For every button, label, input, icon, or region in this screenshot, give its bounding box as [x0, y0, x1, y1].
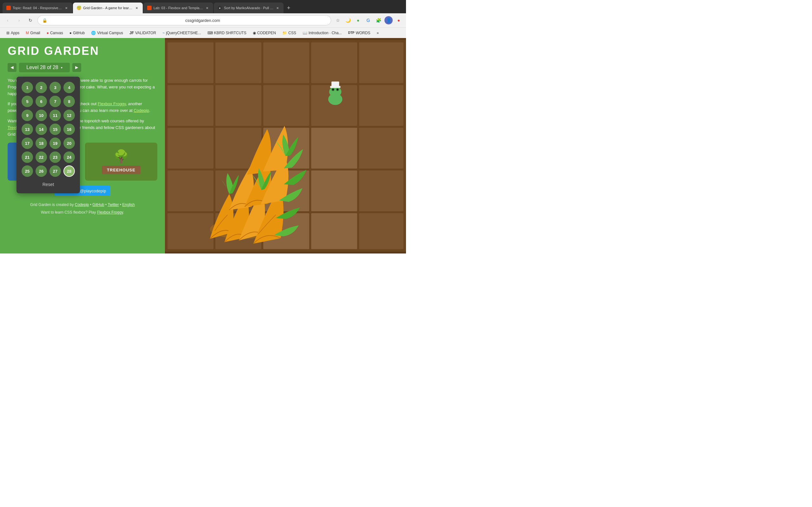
level-btn-19[interactable]: 19: [49, 137, 61, 149]
bookmark-virtual-campus[interactable]: 🌐 Virtual Campus: [89, 30, 125, 36]
tab-3-close[interactable]: ✕: [205, 6, 209, 10]
reset-button[interactable]: Reset: [21, 181, 75, 188]
level-btn-15[interactable]: 15: [49, 124, 61, 135]
extension-icon-2[interactable]: G: [364, 16, 372, 24]
level-btn-27[interactable]: 27: [49, 165, 61, 177]
sleep-icon[interactable]: 🌙: [344, 16, 352, 24]
apps-icon: ⊞: [6, 31, 9, 35]
svg-rect-21: [167, 213, 213, 249]
bookmark-validator[interactable]: JF VALIDATOR: [127, 30, 159, 36]
bookmark-kbrd[interactable]: ⌨ KBRD SHRTCUTS: [205, 30, 249, 36]
bookmark-intro[interactable]: 📖 Introduction · Cha...: [300, 30, 345, 36]
treehouse-promo[interactable]: 🌳 TREEHOUSE: [85, 143, 157, 181]
svg-rect-34: [330, 86, 340, 88]
chrome-menu-icon[interactable]: ●: [395, 16, 403, 24]
bookmark-star-icon[interactable]: ☆: [334, 16, 342, 24]
bookmark-gmail[interactable]: M Gmail: [23, 30, 43, 36]
level-btn-25[interactable]: 25: [21, 165, 33, 177]
level-btn-10[interactable]: 10: [36, 110, 47, 121]
footer-flexbox-link[interactable]: Flexbox Froggy: [97, 210, 123, 215]
tab-1[interactable]: Topic: Read: 04 - Responsive W... ✕: [3, 3, 72, 13]
level-btn-11[interactable]: 11: [49, 110, 61, 121]
level-btn-8[interactable]: 8: [63, 96, 75, 107]
level-btn-26[interactable]: 26: [36, 165, 47, 177]
tab-2-title: Grid Garden - A game for learn...: [83, 6, 133, 10]
tab-2-close[interactable]: ✕: [135, 6, 139, 10]
svg-rect-2: [215, 43, 261, 83]
canvas-icon: ●: [47, 31, 49, 35]
svg-rect-1: [167, 43, 213, 83]
level-btn-14[interactable]: 14: [36, 124, 47, 135]
footer-codepip-link[interactable]: Codepip: [75, 203, 89, 207]
bookmark-jquery[interactable]: ~ jQueryCHEETSHE...: [160, 30, 204, 36]
svg-rect-15: [359, 128, 403, 169]
level-btn-7[interactable]: 7: [49, 96, 61, 107]
svg-rect-19: [311, 170, 357, 211]
footer-sep3: •: [119, 203, 122, 207]
tree-icon: 🌳: [113, 149, 129, 164]
reload-button[interactable]: ↻: [26, 16, 35, 25]
level-btn-21[interactable]: 21: [21, 152, 33, 163]
prev-level-button[interactable]: ◄: [8, 63, 16, 72]
bookmark-codepen[interactable]: ◉ CODEPEN: [250, 30, 278, 36]
bookmark-css-label: CSS: [288, 31, 296, 35]
tab-3[interactable]: Lab: 03 - Flexbox and Templat... ✕: [143, 3, 213, 13]
new-tab-button[interactable]: +: [284, 3, 293, 12]
level-btn-17[interactable]: 17: [21, 137, 33, 149]
bookmark-gmail-label: Gmail: [30, 31, 40, 35]
level-btn-2[interactable]: 2: [36, 82, 47, 93]
level-btn-28[interactable]: 28: [63, 165, 75, 177]
level-btn-6[interactable]: 6: [36, 96, 47, 107]
tab-4-title: Sort by MarikoAlvarado · Pull R...: [224, 6, 273, 10]
level-btn-1[interactable]: 1: [21, 82, 33, 93]
level-btn-23[interactable]: 23: [49, 152, 61, 163]
level-btn-9[interactable]: 9: [21, 110, 33, 121]
forward-button[interactable]: ›: [14, 16, 23, 25]
words-icon: DTP: [348, 31, 354, 35]
svg-rect-10: [359, 85, 403, 126]
tab-2[interactable]: 🌱 Grid Garden - A game for learn... ✕: [73, 3, 143, 13]
flexbox-froggy-link-1[interactable]: Flexbox Froggy: [98, 101, 126, 106]
profile-icon[interactable]: 👤: [385, 16, 393, 24]
footer-twitter-link[interactable]: Twitter: [107, 203, 119, 207]
lock-icon: 🔒: [42, 18, 183, 23]
svg-rect-20: [359, 170, 403, 211]
tab-4[interactable]: ● Sort by MarikoAlvarado · Pull R... ✕: [214, 3, 284, 13]
svg-rect-7: [215, 85, 261, 126]
bookmark-words[interactable]: DTP WORDS: [345, 30, 373, 36]
tab-4-close[interactable]: ✕: [275, 6, 280, 10]
svg-point-28: [329, 87, 342, 97]
bookmark-github[interactable]: ● GitHub: [67, 30, 88, 36]
level-btn-18[interactable]: 18: [36, 137, 47, 149]
level-btn-12[interactable]: 12: [63, 110, 75, 121]
footer-github-link[interactable]: GitHub: [92, 203, 104, 207]
tab-1-close[interactable]: ✕: [64, 6, 68, 10]
extensions-icon[interactable]: 🧩: [374, 16, 383, 24]
level-btn-16[interactable]: 16: [63, 124, 75, 135]
bookmark-words-label: WORDS: [356, 31, 370, 35]
svg-rect-6: [167, 85, 213, 126]
level-dropdown[interactable]: Level 28 of 28 ▾: [19, 63, 70, 72]
extension-icon-1[interactable]: ●: [354, 16, 362, 24]
address-bar[interactable]: 🔒 cssgridgarden.com: [38, 15, 331, 25]
bookmark-css[interactable]: 📁 CSS: [280, 30, 299, 36]
bookmark-github-label: GitHub: [73, 31, 85, 35]
bookmark-canvas[interactable]: ● Canvas: [44, 30, 66, 36]
level-btn-5[interactable]: 5: [21, 96, 33, 107]
back-button[interactable]: ‹: [3, 16, 12, 25]
level-btn-13[interactable]: 13: [21, 124, 33, 135]
footer-language-link[interactable]: English: [122, 203, 135, 207]
svg-rect-16: [167, 170, 213, 211]
level-btn-24[interactable]: 24: [63, 152, 75, 163]
level-nav: ◄ Level 28 of 28 ▾ ► 1 2 3 4 5 6 7 8 9 1: [8, 63, 157, 72]
codepip-link[interactable]: Codepip: [134, 108, 149, 113]
bookmarks-more[interactable]: »: [374, 30, 381, 36]
tab-2-favicon: 🌱: [77, 6, 81, 10]
garden-svg: [165, 38, 406, 253]
next-level-button[interactable]: ►: [72, 63, 81, 72]
level-btn-20[interactable]: 20: [63, 137, 75, 149]
level-btn-3[interactable]: 3: [49, 82, 61, 93]
level-btn-22[interactable]: 22: [36, 152, 47, 163]
level-btn-4[interactable]: 4: [63, 82, 75, 93]
bookmark-apps[interactable]: ⊞ Apps: [4, 30, 22, 36]
